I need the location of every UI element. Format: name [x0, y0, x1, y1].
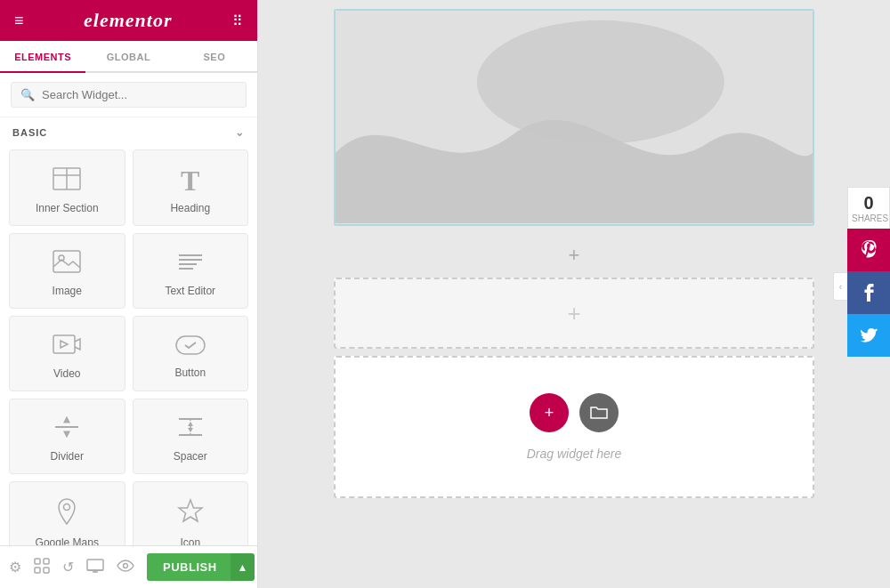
sidebar-header: ≡ elementor ⠿ [0, 0, 257, 41]
svg-point-30 [124, 563, 128, 568]
search-bar: 🔍 [0, 73, 257, 117]
spacer-icon [177, 415, 204, 443]
widget-divider-label: Divider [51, 450, 84, 463]
widget-divider[interactable]: Divider [9, 399, 125, 474]
widget-video[interactable]: Video [9, 316, 125, 391]
share-count-box: 0 Shares [847, 187, 890, 229]
sidebar: ≡ elementor ⠿ ELEMENTS GLOBAL SEO 🔍 BASI… [0, 0, 258, 588]
basic-section-header: BASIC ⌄ [0, 117, 257, 146]
tab-global[interactable]: GLOBAL [85, 41, 171, 73]
widget-text-editor[interactable]: Text Editor [133, 233, 249, 309]
svg-rect-9 [53, 335, 75, 353]
undo-icon[interactable]: ↺ [62, 559, 74, 576]
widget-video-label: Video [53, 367, 80, 380]
svg-marker-19 [188, 428, 193, 432]
main-content: 0 Shares ‹ [258, 0, 890, 588]
svg-marker-18 [188, 422, 193, 426]
svg-marker-14 [64, 431, 69, 437]
folder-button[interactable] [579, 393, 619, 432]
drag-widget-icons: + [530, 393, 619, 432]
widget-image[interactable]: Image [9, 233, 125, 309]
publish-wrap: PUBLISH ▲ [147, 553, 255, 581]
svg-rect-3 [53, 251, 80, 272]
tab-seo[interactable]: SEO [172, 41, 257, 73]
widget-spacer-label: Spacer [174, 450, 207, 463]
pinterest-button[interactable] [847, 229, 890, 271]
widget-icon[interactable]: Icon [133, 481, 249, 545]
social-collapse-arrow[interactable]: ‹ [833, 272, 847, 301]
add-section-button[interactable]: + [334, 233, 814, 278]
text-editor-icon [177, 250, 204, 278]
widget-inner-section[interactable]: Inner Section [9, 149, 125, 226]
svg-rect-24 [35, 568, 40, 573]
drag-widget-section: + Drag widget here [334, 356, 814, 498]
widget-heading[interactable]: T Heading [133, 149, 249, 226]
share-count-label: Shares [852, 213, 886, 223]
widget-icon-label: Icon [180, 536, 200, 545]
widget-button-label: Button [174, 366, 206, 379]
publish-arrow-button[interactable]: ▲ [231, 553, 255, 581]
grid-icon[interactable]: ⠿ [232, 12, 243, 29]
button-icon [175, 334, 206, 359]
tab-elements[interactable]: ELEMENTS [0, 41, 85, 73]
svg-marker-21 [179, 500, 202, 521]
widget-button[interactable]: Button [133, 316, 249, 391]
responsive-icon[interactable] [86, 559, 104, 576]
svg-rect-26 [87, 560, 103, 570]
sidebar-footer: ⚙ ↺ PUBLISH ▲ [0, 545, 257, 588]
widget-spacer[interactable]: Spacer [133, 399, 249, 474]
widget-text-editor-label: Text Editor [165, 285, 215, 297]
drag-widget-text: Drag widget here [527, 447, 622, 461]
svg-point-20 [64, 504, 70, 511]
search-icon: 🔍 [20, 88, 35, 101]
eye-icon[interactable] [117, 560, 134, 576]
image-placeholder [336, 11, 813, 224]
widget-google-maps-label: Google Maps [36, 536, 99, 545]
heading-icon: T [181, 166, 199, 195]
widgets-area: Inner Section T Heading Image [0, 146, 257, 545]
canvas-area: + + + Drag widget here [325, 0, 823, 516]
search-wrap: 🔍 [11, 82, 247, 108]
basic-section-chevron[interactable]: ⌄ [235, 126, 245, 139]
icon-widget-icon [177, 498, 204, 529]
widget-heading-label: Heading [170, 202, 210, 214]
widget-google-maps[interactable]: Google Maps [9, 481, 125, 545]
widget-inner-section-label: Inner Section [36, 202, 99, 214]
svg-rect-23 [44, 559, 49, 564]
svg-marker-13 [64, 417, 69, 423]
widgets-grid: Inner Section T Heading Image [9, 149, 248, 545]
twitter-button[interactable] [847, 314, 890, 357]
search-input[interactable] [42, 88, 237, 101]
svg-rect-22 [35, 559, 40, 564]
publish-button[interactable]: PUBLISH [147, 553, 233, 581]
video-icon [53, 333, 81, 360]
svg-point-32 [477, 20, 724, 144]
hamburger-icon[interactable]: ≡ [14, 12, 24, 30]
image-icon [53, 250, 81, 278]
inner-section-icon [53, 167, 81, 195]
google-maps-icon [56, 498, 77, 529]
widgets-icon[interactable] [34, 558, 50, 577]
widget-image-label: Image [53, 285, 82, 297]
canvas-section-image [334, 9, 814, 226]
svg-rect-11 [176, 336, 205, 354]
facebook-button[interactable] [847, 271, 890, 314]
social-share-panel: 0 Shares ‹ [847, 187, 890, 357]
add-section-icon: + [569, 244, 580, 267]
add-widget-button[interactable]: + [530, 393, 569, 432]
sidebar-tabs: ELEMENTS GLOBAL SEO [0, 41, 257, 73]
canvas-empty-section: + [334, 278, 814, 349]
settings-icon[interactable]: ⚙ [9, 559, 21, 576]
svg-marker-10 [61, 341, 68, 348]
basic-section-label: BASIC [12, 127, 47, 138]
share-count: 0 [852, 193, 886, 213]
divider-icon [53, 415, 80, 443]
svg-rect-25 [44, 568, 49, 573]
logo: elementor [84, 9, 172, 32]
